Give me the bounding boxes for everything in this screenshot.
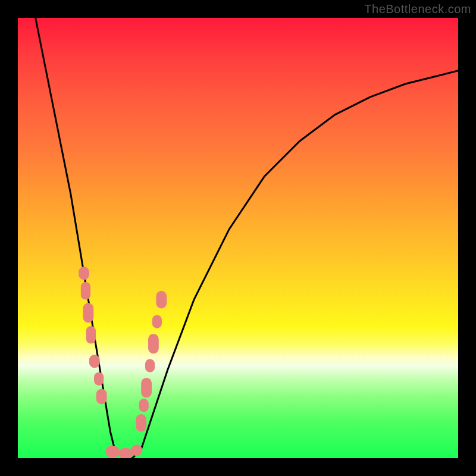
chart-frame: TheBottleneck.com bbox=[0, 0, 476, 476]
watermark-text: TheBottleneck.com bbox=[364, 2, 471, 16]
chart-plot-area bbox=[18, 18, 458, 458]
